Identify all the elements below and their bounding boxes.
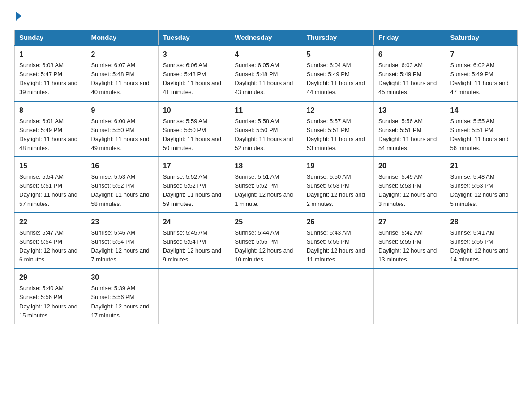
day-info: Sunrise: 5:57 AMSunset: 5:51 PMDaylight:… <box>307 117 369 153</box>
day-cell: 9Sunrise: 6:00 AMSunset: 5:50 PMDaylight… <box>86 101 158 157</box>
day-cell <box>302 268 373 324</box>
day-number: 5 <box>307 49 369 60</box>
day-cell: 22Sunrise: 5:47 AMSunset: 5:54 PMDayligh… <box>15 213 86 269</box>
day-cell: 23Sunrise: 5:46 AMSunset: 5:54 PMDayligh… <box>86 213 158 269</box>
header-row: SundayMondayTuesdayWednesdayThursdayFrid… <box>15 30 518 46</box>
day-cell: 10Sunrise: 5:59 AMSunset: 5:50 PMDayligh… <box>158 101 230 157</box>
day-number: 9 <box>91 105 153 116</box>
day-number: 17 <box>163 161 225 171</box>
day-info: Sunrise: 6:03 AMSunset: 5:49 PMDaylight:… <box>378 61 441 97</box>
day-number: 7 <box>450 49 513 60</box>
day-cell: 2Sunrise: 6:07 AMSunset: 5:48 PMDaylight… <box>86 45 158 101</box>
day-info: Sunrise: 5:58 AMSunset: 5:50 PMDaylight:… <box>235 117 297 153</box>
day-info: Sunrise: 5:49 AMSunset: 5:53 PMDaylight:… <box>378 172 441 209</box>
day-info: Sunrise: 6:01 AMSunset: 5:49 PMDaylight:… <box>19 117 82 153</box>
week-row-3: 15Sunrise: 5:54 AMSunset: 5:51 PMDayligh… <box>15 157 518 213</box>
calendar-header: SundayMondayTuesdayWednesdayThursdayFrid… <box>15 30 518 46</box>
day-cell: 17Sunrise: 5:52 AMSunset: 5:52 PMDayligh… <box>158 157 230 213</box>
calendar-body: 1Sunrise: 6:08 AMSunset: 5:47 PMDaylight… <box>15 45 518 324</box>
day-cell <box>446 268 517 324</box>
day-number: 11 <box>235 105 297 116</box>
day-info: Sunrise: 6:08 AMSunset: 5:47 PMDaylight:… <box>19 61 82 97</box>
day-info: Sunrise: 5:53 AMSunset: 5:52 PMDaylight:… <box>91 172 153 209</box>
header-cell-sunday: Sunday <box>15 30 86 46</box>
week-row-1: 1Sunrise: 6:08 AMSunset: 5:47 PMDaylight… <box>15 45 518 101</box>
day-info: Sunrise: 5:43 AMSunset: 5:55 PMDaylight:… <box>307 228 369 265</box>
day-cell: 25Sunrise: 5:44 AMSunset: 5:55 PMDayligh… <box>230 213 302 269</box>
day-number: 15 <box>19 161 82 171</box>
week-row-5: 29Sunrise: 5:40 AMSunset: 5:56 PMDayligh… <box>15 268 518 324</box>
day-number: 2 <box>91 49 153 60</box>
day-number: 13 <box>378 105 441 116</box>
day-info: Sunrise: 5:42 AMSunset: 5:55 PMDaylight:… <box>378 228 441 265</box>
day-number: 16 <box>91 161 153 171</box>
header-cell-tuesday: Tuesday <box>158 30 230 46</box>
day-info: Sunrise: 5:48 AMSunset: 5:53 PMDaylight:… <box>450 172 513 209</box>
day-info: Sunrise: 5:59 AMSunset: 5:50 PMDaylight:… <box>163 117 225 153</box>
day-number: 20 <box>378 161 441 171</box>
day-number: 27 <box>378 217 441 227</box>
day-number: 30 <box>91 272 153 283</box>
week-row-4: 22Sunrise: 5:47 AMSunset: 5:54 PMDayligh… <box>15 213 518 269</box>
logo-triangle-icon <box>16 12 21 21</box>
day-number: 28 <box>450 217 513 227</box>
day-cell: 21Sunrise: 5:48 AMSunset: 5:53 PMDayligh… <box>446 157 517 213</box>
day-number: 29 <box>19 272 82 283</box>
day-cell: 5Sunrise: 6:04 AMSunset: 5:49 PMDaylight… <box>302 45 373 101</box>
day-number: 24 <box>163 217 225 227</box>
header-cell-wednesday: Wednesday <box>230 30 302 46</box>
day-info: Sunrise: 5:39 AMSunset: 5:56 PMDaylight:… <box>91 284 153 320</box>
day-info: Sunrise: 5:45 AMSunset: 5:54 PMDaylight:… <box>163 228 225 265</box>
day-cell: 24Sunrise: 5:45 AMSunset: 5:54 PMDayligh… <box>158 213 230 269</box>
day-cell: 19Sunrise: 5:50 AMSunset: 5:53 PMDayligh… <box>302 157 373 213</box>
day-cell: 30Sunrise: 5:39 AMSunset: 5:56 PMDayligh… <box>86 268 158 324</box>
day-number: 25 <box>235 217 297 227</box>
day-info: Sunrise: 6:06 AMSunset: 5:48 PMDaylight:… <box>163 61 225 97</box>
day-number: 14 <box>450 105 513 116</box>
day-cell: 28Sunrise: 5:41 AMSunset: 5:55 PMDayligh… <box>446 213 517 269</box>
day-info: Sunrise: 6:02 AMSunset: 5:49 PMDaylight:… <box>450 61 513 97</box>
day-cell <box>158 268 230 324</box>
day-cell: 4Sunrise: 6:05 AMSunset: 5:48 PMDaylight… <box>230 45 302 101</box>
day-cell: 16Sunrise: 5:53 AMSunset: 5:52 PMDayligh… <box>86 157 158 213</box>
calendar-table: SundayMondayTuesdayWednesdayThursdayFrid… <box>14 30 518 324</box>
day-cell: 8Sunrise: 6:01 AMSunset: 5:49 PMDaylight… <box>15 101 86 157</box>
week-row-2: 8Sunrise: 6:01 AMSunset: 5:49 PMDaylight… <box>15 101 518 157</box>
day-info: Sunrise: 6:05 AMSunset: 5:48 PMDaylight:… <box>235 61 297 97</box>
day-cell: 11Sunrise: 5:58 AMSunset: 5:50 PMDayligh… <box>230 101 302 157</box>
day-info: Sunrise: 5:54 AMSunset: 5:51 PMDaylight:… <box>19 172 82 209</box>
day-info: Sunrise: 6:00 AMSunset: 5:50 PMDaylight:… <box>91 117 153 153</box>
day-info: Sunrise: 5:40 AMSunset: 5:56 PMDaylight:… <box>19 284 82 320</box>
day-cell <box>374 268 446 324</box>
day-number: 4 <box>235 49 297 60</box>
day-info: Sunrise: 5:50 AMSunset: 5:53 PMDaylight:… <box>307 172 369 209</box>
day-cell: 3Sunrise: 6:06 AMSunset: 5:48 PMDaylight… <box>158 45 230 101</box>
header-cell-friday: Friday <box>374 30 446 46</box>
day-number: 22 <box>19 217 82 227</box>
day-number: 23 <box>91 217 153 227</box>
day-cell: 20Sunrise: 5:49 AMSunset: 5:53 PMDayligh… <box>374 157 446 213</box>
day-cell: 12Sunrise: 5:57 AMSunset: 5:51 PMDayligh… <box>302 101 373 157</box>
day-cell: 27Sunrise: 5:42 AMSunset: 5:55 PMDayligh… <box>374 213 446 269</box>
header-cell-monday: Monday <box>86 30 158 46</box>
day-number: 3 <box>163 49 225 60</box>
day-number: 10 <box>163 105 225 116</box>
day-cell <box>230 268 302 324</box>
day-cell: 7Sunrise: 6:02 AMSunset: 5:49 PMDaylight… <box>446 45 517 101</box>
day-cell: 1Sunrise: 6:08 AMSunset: 5:47 PMDaylight… <box>15 45 86 101</box>
header-cell-saturday: Saturday <box>446 30 517 46</box>
day-number: 21 <box>450 161 513 171</box>
day-cell: 6Sunrise: 6:03 AMSunset: 5:49 PMDaylight… <box>374 45 446 101</box>
day-cell: 18Sunrise: 5:51 AMSunset: 5:52 PMDayligh… <box>230 157 302 213</box>
day-number: 18 <box>235 161 297 171</box>
day-cell: 26Sunrise: 5:43 AMSunset: 5:55 PMDayligh… <box>302 213 373 269</box>
day-info: Sunrise: 6:04 AMSunset: 5:49 PMDaylight:… <box>307 61 369 97</box>
day-cell: 13Sunrise: 5:56 AMSunset: 5:51 PMDayligh… <box>374 101 446 157</box>
day-info: Sunrise: 5:56 AMSunset: 5:51 PMDaylight:… <box>378 117 441 153</box>
day-number: 8 <box>19 105 82 116</box>
day-info: Sunrise: 5:47 AMSunset: 5:54 PMDaylight:… <box>19 228 82 265</box>
day-info: Sunrise: 5:55 AMSunset: 5:51 PMDaylight:… <box>450 117 513 153</box>
day-number: 12 <box>307 105 369 116</box>
day-cell: 15Sunrise: 5:54 AMSunset: 5:51 PMDayligh… <box>15 157 86 213</box>
page-header <box>14 11 518 21</box>
